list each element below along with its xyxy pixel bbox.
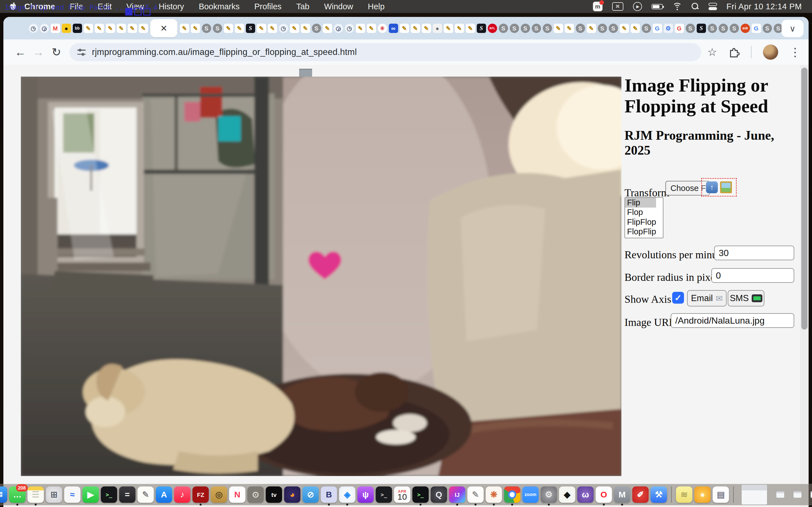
pinned-tab[interactable]: AFL: [487, 20, 497, 36]
pinned-tab[interactable]: S: [575, 20, 585, 36]
stickies-dock-icon[interactable]: ≋: [676, 487, 693, 503]
pinned-tab[interactable]: ✎: [421, 20, 432, 36]
wifi-icon[interactable]: [672, 3, 682, 10]
screen-app-dock-icon[interactable]: ⊘: [303, 487, 319, 503]
rpm-input[interactable]: [714, 245, 794, 260]
facetime-dock-icon[interactable]: ▶: [83, 487, 99, 503]
pinned-tab[interactable]: S: [608, 20, 618, 36]
menu-item-edit[interactable]: Edit: [98, 2, 112, 11]
menu-bar-clock[interactable]: Fri Apr 10 12:14 PM: [726, 2, 802, 11]
cat-app-dock-icon[interactable]: ω: [577, 487, 594, 503]
pinned-tab[interactable]: S: [201, 20, 211, 36]
pinned-tab[interactable]: ●: [61, 20, 71, 36]
audio-app-dock-icon[interactable]: ◎: [211, 487, 227, 503]
launchpad-dock-icon[interactable]: ⊞: [46, 487, 62, 503]
pinned-tab[interactable]: S: [542, 20, 552, 36]
pinned-tab[interactable]: G: [674, 20, 684, 36]
chrome-dock-icon[interactable]: [504, 487, 520, 503]
menu-item-chrome[interactable]: Chrome: [24, 2, 55, 11]
pinned-tab[interactable]: ◶: [39, 20, 49, 36]
minimized-print-dialog[interactable]: [742, 485, 767, 505]
page-scrollbar[interactable]: [800, 65, 809, 507]
pinned-tab[interactable]: S: [245, 20, 255, 36]
spotlight-search-icon[interactable]: [692, 3, 699, 10]
battery-icon[interactable]: [652, 4, 663, 9]
podcasts-dock-icon[interactable]: ψ: [357, 487, 374, 503]
pinned-tab[interactable]: S: [476, 20, 486, 36]
pinned-tab[interactable]: ✎: [322, 20, 333, 36]
minimized-window[interactable]: [776, 491, 784, 498]
messages-dock-icon[interactable]: …208: [9, 487, 26, 503]
pinned-tab[interactable]: S: [520, 20, 530, 36]
pinned-tab[interactable]: ✎: [355, 20, 365, 36]
apple-tv-dock-icon[interactable]: tv: [266, 487, 282, 503]
show-axis-checkbox[interactable]: ✓: [672, 292, 684, 304]
option-flopflip[interactable]: FlopFlip: [625, 227, 663, 237]
pinned-tab[interactable]: ✎: [630, 20, 640, 36]
pinned-tab[interactable]: ✎: [619, 20, 629, 36]
quicktime-dock-icon[interactable]: Q: [431, 487, 447, 503]
gimp-dock-icon[interactable]: ⊙: [248, 487, 264, 503]
pinned-tab[interactable]: ◷: [278, 20, 289, 36]
tab-search-chevron[interactable]: ∨: [781, 20, 804, 37]
pinned-tab[interactable]: ✎: [83, 20, 93, 36]
transform-select[interactable]: Flip Flop FlipFlop FlopFlip: [624, 197, 663, 238]
pinned-tab[interactable]: ◶: [333, 20, 343, 36]
site-settings-icon[interactable]: [77, 48, 86, 56]
xcode-dock-icon[interactable]: ⚒: [651, 487, 667, 503]
active-tab[interactable]: ✕: [150, 19, 177, 37]
pinned-tab[interactable]: ✎: [138, 20, 148, 36]
pinned-tab[interactable]: ◷: [344, 20, 354, 36]
pinned-tab[interactable]: S: [707, 20, 717, 36]
safari-dock-icon[interactable]: ◈: [339, 487, 356, 503]
pinned-tab[interactable]: ✎: [366, 20, 376, 36]
pinned-tab[interactable]: ✎: [179, 20, 190, 36]
pages-doc-dock-icon[interactable]: ✎: [467, 487, 484, 503]
play-status-icon[interactable]: ▶: [633, 2, 642, 11]
freeform-dock-icon[interactable]: ≈: [64, 487, 81, 503]
pinned-tab[interactable]: ✎: [116, 20, 126, 36]
sms-button[interactable]: SMS: [728, 290, 764, 306]
menu-item-window[interactable]: Window: [324, 2, 353, 11]
pinned-tab[interactable]: M: [50, 20, 60, 36]
pinned-tab[interactable]: ✎: [300, 20, 310, 36]
pinned-tab[interactable]: S: [718, 20, 728, 36]
image-url-input[interactable]: [671, 313, 794, 328]
file-upload-emoji-box[interactable]: ↑: [701, 178, 737, 196]
scrollbar-thumb[interactable]: [801, 68, 808, 330]
pinned-tab[interactable]: ✎: [289, 20, 299, 36]
pinned-tab[interactable]: ✎: [256, 20, 266, 36]
pinned-tab[interactable]: ●: [432, 20, 442, 36]
pinned-tab[interactable]: ∞: [388, 20, 398, 36]
pinned-tab[interactable]: ✎: [234, 20, 245, 36]
menu-item-file[interactable]: File: [70, 2, 83, 11]
pinned-tab[interactable]: G: [751, 20, 761, 36]
profile-avatar[interactable]: [763, 45, 778, 60]
opera-dock-icon[interactable]: O: [596, 487, 612, 503]
pinned-tab[interactable]: S: [531, 20, 541, 36]
reload-button[interactable]: ↻: [47, 46, 65, 59]
inkscape-dock-icon[interactable]: ◆: [559, 487, 575, 503]
menu-item-profiles[interactable]: Profiles: [254, 2, 282, 11]
pinned-tab[interactable]: S: [685, 20, 695, 36]
minimized-window[interactable]: [811, 491, 812, 498]
mamp-dock-icon[interactable]: M: [614, 487, 630, 503]
pinned-tab[interactable]: ✎: [190, 20, 200, 36]
iterm-dock-icon[interactable]: >_: [412, 487, 429, 503]
pinned-tab[interactable]: G: [652, 20, 662, 36]
mail-dock-icon[interactable]: ✉: [0, 487, 7, 503]
menu-item-bookmarks[interactable]: Bookmarks: [199, 2, 240, 11]
pinned-tab[interactable]: ✎: [399, 20, 409, 36]
option-flipflop[interactable]: FlipFlop: [625, 217, 663, 227]
radius-input[interactable]: [711, 268, 794, 283]
extensions-icon[interactable]: [728, 47, 740, 58]
address-bar[interactable]: rjmprogramming.com.au/image_flipping_or_…: [69, 43, 701, 61]
bookmark-star-icon[interactable]: ☆: [707, 46, 717, 58]
email-button[interactable]: Email✉: [687, 290, 726, 306]
pinned-tab[interactable]: S: [498, 20, 508, 36]
filezilla-dock-icon[interactable]: FZ: [193, 487, 209, 503]
calendar-dock-icon[interactable]: APR10: [394, 487, 410, 503]
keyboard-shortcut-icon[interactable]: ⌘: [612, 2, 623, 11]
pinned-tab[interactable]: ✎: [553, 20, 563, 36]
pinned-tab[interactable]: ✎: [586, 20, 596, 36]
